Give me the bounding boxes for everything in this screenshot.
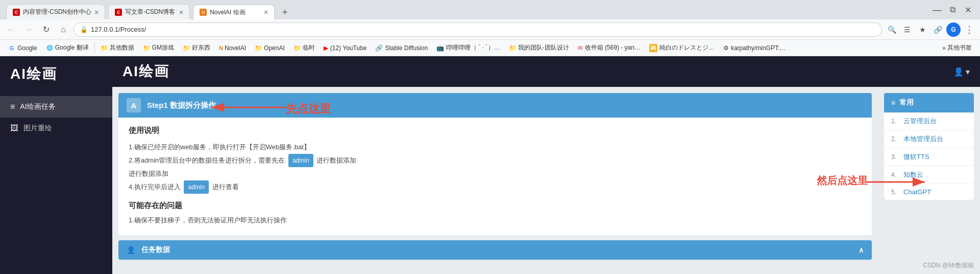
quick-item-2[interactable]: 2. 本地管理后台 <box>884 130 974 148</box>
bookmark-github-label: karpathy/minGPT:… <box>731 44 786 52</box>
sidebar-item-ai-tasks[interactable]: ≡ AI绘画任务 <box>0 96 112 118</box>
sidebar-item-label-1: AI绘画任务 <box>20 102 55 111</box>
step-line-4-suffix: 进行查看 <box>212 183 239 191</box>
profile-menu[interactable]: 👤 ▾ <box>953 67 970 77</box>
folder-icon-temp: 📁 <box>293 44 301 52</box>
close-button[interactable]: ✕ <box>962 4 974 16</box>
bookmark-folder-data[interactable]: 📁 其他数据 <box>96 42 138 54</box>
admin-badge-1[interactable]: admin <box>288 154 313 167</box>
menu-button[interactable]: ⋮ <box>963 23 976 36</box>
address-bar: ← → ↻ ⌂ 🔒 127.0.0.1/Process/ 🔍 ☰ ★ 🔗 G ⋮ <box>0 19 980 40</box>
bookmark-team-label: 我的团队-团队设计 <box>518 43 569 52</box>
bookmarks-bar: G Google 🌐 Google 翻译 📁 其他数据 📁 GM游戏 📁 好东西 <box>0 40 980 56</box>
quick-item-1[interactable]: 1. 云管理后台 <box>884 112 974 130</box>
bookmark-openai-label: OpenAI <box>264 44 285 52</box>
bookmark-youtube-label: (12) YouTube <box>330 44 367 52</box>
other-bookmarks-icon: » <box>942 44 946 52</box>
other-bookmarks-label: 其他书签 <box>947 43 972 52</box>
bookmark-youtube[interactable]: ▶ (12) YouTube <box>320 43 371 53</box>
bookmark-github[interactable]: ⚙ karpathy/minGPT:… <box>719 43 790 53</box>
bookmarks-other-folder[interactable]: » 其他书签 <box>938 42 976 54</box>
quick-item-4[interactable]: 4. 知数云 <box>884 166 974 184</box>
repaint-icon: 🖼 <box>10 124 18 133</box>
bookmark-gm-label: GM游戏 <box>152 43 174 52</box>
problem-title: 可能存在的问题 <box>129 201 862 211</box>
bookmark-folder-gm[interactable]: 📁 GM游戏 <box>139 42 178 54</box>
bookmark-sd-label: Stable Diffusion <box>385 44 428 52</box>
extensions-button[interactable]: ☰ <box>900 23 914 36</box>
sidebar-item-repaint[interactable]: 🖼 图片重绘 <box>0 118 112 139</box>
quick-label-5[interactable]: ChatGPT <box>903 188 931 196</box>
tab-close-1[interactable]: × <box>94 8 99 16</box>
step-header: A Step1 数据拆分操作 <box>118 93 872 118</box>
content-area: A Step1 数据拆分操作 使用说明 1.确保已经开启的web服务，即执行打开… <box>112 87 980 274</box>
bookmark-translate-label: Google 翻译 <box>55 43 89 52</box>
bookmark-folder-good[interactable]: 📁 好东西 <box>179 42 214 54</box>
bookmark-good-label: 好东西 <box>192 43 210 52</box>
tab-favicon-3: N <box>200 9 207 16</box>
sidebar-nav: ≡ AI绘画任务 🖼 图片重绘 <box>0 92 112 143</box>
bookmark-gmail-label: 收件箱 (569) - yan… <box>585 43 641 52</box>
url-bar[interactable]: 🔒 127.0.0.1/Process/ <box>74 22 882 37</box>
tab-close-3[interactable]: × <box>264 8 268 16</box>
bookmark-google-label: Google <box>17 44 37 52</box>
quick-num-1: 1. <box>891 118 899 125</box>
bili-favicon: 📺 <box>436 44 444 52</box>
step-instructions: 1.确保已经开启的web服务，即执行打开【开启Web服务.bat】 2.将adm… <box>129 141 862 194</box>
quick-item-5[interactable]: 5. ChatGPT <box>884 184 974 200</box>
bookmark-bilibili[interactable]: 📺 哔哩哔哩（ ` · ´）… <box>432 42 504 54</box>
url-text: 127.0.0.1/Process/ <box>91 26 146 33</box>
lock-icon: 🔒 <box>80 26 88 33</box>
tab-favicon-1: C <box>13 9 20 16</box>
home-button[interactable]: ⌂ <box>56 22 70 37</box>
task-header[interactable]: 👤 任务数据 ∧ <box>118 240 872 260</box>
bookmark-stablediff[interactable]: 🔗 Stable Diffusion <box>371 43 432 53</box>
bookmark-folder-team[interactable]: 📁 我的团队-团队设计 <box>505 42 573 54</box>
openai-favicon: 📁 <box>255 44 262 52</box>
tab-favicon-2: C <box>115 9 122 16</box>
bookmark-folder-openai[interactable]: 📁 OpenAI <box>251 43 289 53</box>
tab-csdn-write[interactable]: C 写文章-CSDN博客 × <box>108 4 190 19</box>
step-line-3: 进行数据添加 <box>129 167 862 180</box>
forward-button[interactable]: → <box>21 22 36 37</box>
github-favicon: ⚙ <box>723 44 729 52</box>
bookmark-other-data-label: 其他数据 <box>110 43 134 52</box>
bookmark-translate[interactable]: 🌐 Google 翻译 <box>42 42 93 54</box>
bookmarks-separator-1 <box>94 43 95 53</box>
quick-label-3[interactable]: 微软TTS <box>903 152 929 162</box>
app-content: AI绘画 ≡ AI绘画任务 🖼 图片重绘 AI绘画 👤 ▾ 先 <box>0 56 980 274</box>
quick-item-3[interactable]: 3. 微软TTS <box>884 148 974 166</box>
quick-label-4[interactable]: 知数云 <box>903 170 923 179</box>
bookmark-gmail[interactable]: ✉ 收件箱 (569) - yan… <box>574 42 645 54</box>
sd-favicon: 🔗 <box>375 44 383 52</box>
quick-label-2[interactable]: 本地管理后台 <box>903 134 943 144</box>
new-tab-button[interactable]: + <box>278 5 292 19</box>
bookmark-google[interactable]: G Google <box>4 43 41 53</box>
tab-csdn-manage[interactable]: C 内容管理-CSDN创作中心 × <box>6 4 105 19</box>
search-icon-btn[interactable]: 🔍 <box>885 23 898 36</box>
tab-novelai[interactable]: N NovelAI 绘画 × <box>193 5 275 20</box>
minimize-button[interactable]: — <box>931 4 943 16</box>
problem-text: 1.确保不要挂梯子，否则无法验证用户即无法执行操作 <box>129 214 862 227</box>
sidebar: AI绘画 ≡ AI绘画任务 🖼 图片重绘 <box>0 56 112 274</box>
admin-badge-2[interactable]: admin <box>184 180 209 194</box>
folder-icon-1: 📁 <box>101 44 108 52</box>
maximize-button[interactable]: ⧉ <box>946 4 959 16</box>
task-section: 👤 任务数据 ∧ <box>118 240 872 260</box>
bookmark-jp-label: 純白のドレスとジ… <box>659 43 715 52</box>
bookmark-folder-temp[interactable]: 📁 临时 <box>289 42 319 54</box>
back-button[interactable]: ← <box>4 22 18 37</box>
tab-close-2[interactable]: × <box>179 8 183 16</box>
jp-favicon: 純 <box>649 44 657 52</box>
page-header: AI绘画 👤 ▾ <box>112 56 980 87</box>
profile-button[interactable]: G <box>946 22 961 37</box>
bookmark-button[interactable]: ★ <box>916 23 929 36</box>
bookmark-folder-novelai[interactable]: N NovelAI <box>215 43 250 53</box>
bookmark-jp[interactable]: 純 純白のドレスとジ… <box>645 42 719 54</box>
reload-button[interactable]: ↻ <box>39 22 53 37</box>
share-button[interactable]: 🔗 <box>931 23 944 36</box>
page-title: AI绘画 <box>122 62 169 81</box>
tab-label-3: NovelAI 绘画 <box>210 8 245 17</box>
quick-label-1[interactable]: 云管理后台 <box>903 117 937 126</box>
folder-icon-2: 📁 <box>143 44 151 52</box>
